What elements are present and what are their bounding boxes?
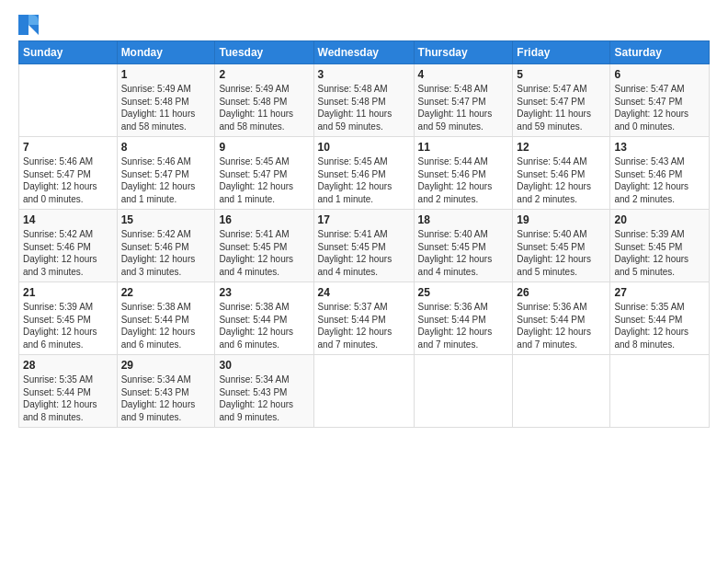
header: [18, 15, 710, 35]
calendar-cell: 15Sunrise: 5:42 AMSunset: 5:46 PMDayligh…: [117, 210, 215, 282]
day-number: 15: [121, 213, 211, 226]
calendar-cell: 22Sunrise: 5:38 AMSunset: 5:44 PMDayligh…: [117, 282, 215, 355]
calendar-cell: 1Sunrise: 5:49 AMSunset: 5:48 PMDaylight…: [117, 64, 215, 137]
day-info: Sunrise: 5:42 AMSunset: 5:46 PMDaylight:…: [23, 228, 113, 278]
day-number: 16: [219, 213, 309, 226]
day-info: Sunrise: 5:45 AMSunset: 5:47 PMDaylight:…: [219, 155, 309, 205]
day-info: Sunrise: 5:47 AMSunset: 5:47 PMDaylight:…: [614, 83, 705, 132]
day-number: 2: [219, 68, 309, 81]
day-info: Sunrise: 5:41 AMSunset: 5:45 PMDaylight:…: [318, 228, 410, 278]
day-info: Sunrise: 5:43 AMSunset: 5:46 PMDaylight:…: [614, 155, 705, 205]
calendar: SundayMondayTuesdayWednesdayThursdayFrid…: [18, 40, 710, 428]
calendar-body: 1Sunrise: 5:49 AMSunset: 5:48 PMDaylight…: [19, 64, 710, 428]
day-number: 5: [517, 68, 606, 81]
day-info: Sunrise: 5:36 AMSunset: 5:44 PMDaylight:…: [517, 301, 606, 350]
calendar-cell: 16Sunrise: 5:41 AMSunset: 5:45 PMDayligh…: [215, 210, 313, 282]
calendar-cell: 21Sunrise: 5:39 AMSunset: 5:45 PMDayligh…: [19, 282, 118, 355]
calendar-cell: 8Sunrise: 5:46 AMSunset: 5:47 PMDaylight…: [117, 137, 215, 210]
calendar-cell: 6Sunrise: 5:47 AMSunset: 5:47 PMDaylight…: [610, 64, 710, 137]
day-number: 22: [121, 286, 211, 299]
calendar-cell: [610, 355, 710, 428]
weekday-header-monday: Monday: [117, 41, 215, 64]
day-info: Sunrise: 5:46 AMSunset: 5:47 PMDaylight:…: [121, 155, 211, 205]
weekday-header-tuesday: Tuesday: [215, 41, 313, 64]
calendar-cell: [414, 355, 513, 428]
day-number: 18: [418, 213, 509, 226]
day-number: 24: [318, 286, 410, 299]
day-info: Sunrise: 5:38 AMSunset: 5:44 PMDaylight:…: [121, 301, 211, 350]
calendar-cell: 7Sunrise: 5:46 AMSunset: 5:47 PMDaylight…: [19, 137, 118, 210]
day-number: 8: [121, 141, 211, 154]
day-info: Sunrise: 5:37 AMSunset: 5:44 PMDaylight:…: [318, 301, 410, 350]
calendar-week-1: 1Sunrise: 5:49 AMSunset: 5:48 PMDaylight…: [19, 64, 710, 137]
day-number: 27: [614, 286, 705, 299]
day-info: Sunrise: 5:44 AMSunset: 5:46 PMDaylight:…: [418, 155, 509, 205]
day-info: Sunrise: 5:39 AMSunset: 5:45 PMDaylight:…: [23, 301, 113, 350]
svg-rect-2: [18, 25, 28, 35]
day-number: 23: [219, 286, 309, 299]
day-info: Sunrise: 5:42 AMSunset: 5:46 PMDaylight:…: [121, 228, 211, 278]
day-number: 29: [121, 359, 211, 372]
day-info: Sunrise: 5:49 AMSunset: 5:48 PMDaylight:…: [121, 83, 211, 132]
calendar-week-2: 7Sunrise: 5:46 AMSunset: 5:47 PMDaylight…: [19, 137, 710, 210]
calendar-cell: 26Sunrise: 5:36 AMSunset: 5:44 PMDayligh…: [513, 282, 610, 355]
day-number: 14: [23, 213, 113, 226]
day-info: Sunrise: 5:48 AMSunset: 5:47 PMDaylight:…: [418, 83, 509, 132]
day-info: Sunrise: 5:40 AMSunset: 5:45 PMDaylight:…: [418, 228, 509, 278]
day-number: 7: [23, 141, 113, 154]
calendar-cell: 18Sunrise: 5:40 AMSunset: 5:45 PMDayligh…: [414, 210, 513, 282]
calendar-week-5: 28Sunrise: 5:35 AMSunset: 5:44 PMDayligh…: [19, 355, 710, 428]
weekday-header-sunday: Sunday: [19, 41, 118, 64]
day-info: Sunrise: 5:41 AMSunset: 5:45 PMDaylight:…: [219, 228, 309, 278]
logo-icon: [18, 15, 39, 35]
svg-marker-3: [28, 25, 39, 35]
calendar-cell: 5Sunrise: 5:47 AMSunset: 5:47 PMDaylight…: [513, 64, 610, 137]
day-info: Sunrise: 5:34 AMSunset: 5:43 PMDaylight:…: [121, 373, 211, 423]
calendar-cell: [313, 355, 414, 428]
day-info: Sunrise: 5:39 AMSunset: 5:45 PMDaylight:…: [614, 228, 705, 278]
calendar-cell: [513, 355, 610, 428]
calendar-cell: [19, 64, 118, 137]
calendar-cell: 17Sunrise: 5:41 AMSunset: 5:45 PMDayligh…: [313, 210, 414, 282]
calendar-cell: 19Sunrise: 5:40 AMSunset: 5:45 PMDayligh…: [513, 210, 610, 282]
day-info: Sunrise: 5:34 AMSunset: 5:43 PMDaylight:…: [219, 373, 309, 423]
day-number: 6: [614, 68, 705, 81]
day-info: Sunrise: 5:35 AMSunset: 5:44 PMDaylight:…: [614, 301, 705, 350]
calendar-cell: 20Sunrise: 5:39 AMSunset: 5:45 PMDayligh…: [610, 210, 710, 282]
calendar-cell: 2Sunrise: 5:49 AMSunset: 5:48 PMDaylight…: [215, 64, 313, 137]
day-info: Sunrise: 5:40 AMSunset: 5:45 PMDaylight:…: [517, 228, 606, 278]
calendar-cell: 4Sunrise: 5:48 AMSunset: 5:47 PMDaylight…: [414, 64, 513, 137]
day-info: Sunrise: 5:46 AMSunset: 5:47 PMDaylight:…: [23, 155, 113, 205]
day-number: 12: [517, 141, 606, 154]
calendar-cell: 10Sunrise: 5:45 AMSunset: 5:46 PMDayligh…: [313, 137, 414, 210]
calendar-cell: 23Sunrise: 5:38 AMSunset: 5:44 PMDayligh…: [215, 282, 313, 355]
day-info: Sunrise: 5:44 AMSunset: 5:46 PMDaylight:…: [517, 155, 606, 205]
calendar-week-3: 14Sunrise: 5:42 AMSunset: 5:46 PMDayligh…: [19, 210, 710, 282]
day-number: 11: [418, 141, 509, 154]
weekday-header-friday: Friday: [513, 41, 610, 64]
calendar-cell: 11Sunrise: 5:44 AMSunset: 5:46 PMDayligh…: [414, 137, 513, 210]
calendar-cell: 14Sunrise: 5:42 AMSunset: 5:46 PMDayligh…: [19, 210, 118, 282]
svg-rect-0: [18, 15, 28, 25]
day-number: 25: [418, 286, 509, 299]
day-number: 19: [517, 213, 606, 226]
day-info: Sunrise: 5:47 AMSunset: 5:47 PMDaylight:…: [517, 83, 606, 132]
day-number: 28: [23, 359, 113, 372]
day-number: 17: [318, 213, 410, 226]
day-info: Sunrise: 5:38 AMSunset: 5:44 PMDaylight:…: [219, 301, 309, 350]
weekday-header-saturday: Saturday: [610, 41, 710, 64]
day-number: 13: [614, 141, 705, 154]
day-number: 4: [418, 68, 509, 81]
day-info: Sunrise: 5:35 AMSunset: 5:44 PMDaylight:…: [23, 373, 113, 423]
calendar-cell: 13Sunrise: 5:43 AMSunset: 5:46 PMDayligh…: [610, 137, 710, 210]
day-info: Sunrise: 5:48 AMSunset: 5:48 PMDaylight:…: [318, 83, 410, 132]
calendar-cell: 9Sunrise: 5:45 AMSunset: 5:47 PMDaylight…: [215, 137, 313, 210]
day-number: 30: [219, 359, 309, 372]
calendar-cell: 12Sunrise: 5:44 AMSunset: 5:46 PMDayligh…: [513, 137, 610, 210]
day-number: 9: [219, 141, 309, 154]
day-number: 3: [318, 68, 410, 81]
weekday-row: SundayMondayTuesdayWednesdayThursdayFrid…: [19, 41, 710, 64]
calendar-cell: 30Sunrise: 5:34 AMSunset: 5:43 PMDayligh…: [215, 355, 313, 428]
weekday-header-thursday: Thursday: [414, 41, 513, 64]
day-number: 10: [318, 141, 410, 154]
